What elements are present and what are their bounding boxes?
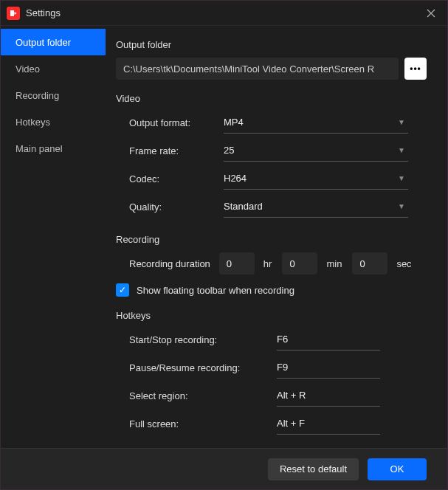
- chevron-down-icon: ▼: [398, 118, 405, 126]
- hotkey-select-region-input[interactable]: Alt + R: [277, 384, 380, 407]
- section-recording-label: Recording: [116, 234, 427, 245]
- sidebar-item-hotkeys[interactable]: Hotkeys: [1, 108, 106, 135]
- sec-unit: sec: [396, 258, 411, 269]
- section-hotkeys-label: Hotkeys: [116, 310, 427, 321]
- reset-to-default-button[interactable]: Reset to default: [268, 458, 359, 480]
- chevron-down-icon: ▼: [398, 174, 405, 182]
- hotkey-start-stop-input[interactable]: F6: [277, 328, 380, 351]
- recording-duration-label: Recording duration: [129, 258, 210, 269]
- hotkey-full-screen-input[interactable]: Alt + F: [277, 413, 380, 435]
- hotkey-pause-resume-row: Pause/Resume recording: F9: [116, 356, 427, 379]
- hotkey-pause-resume-label: Pause/Resume recording:: [129, 362, 277, 373]
- titlebar: Settings: [1, 1, 447, 26]
- sidebar-item-main-panel[interactable]: Main panel: [1, 135, 106, 162]
- ok-button[interactable]: OK: [368, 458, 427, 480]
- close-button[interactable]: [421, 3, 441, 24]
- hotkey-full-screen-label: Full screen:: [129, 418, 277, 429]
- app-logo-icon: [7, 7, 20, 20]
- section-video-label: Video: [116, 93, 427, 104]
- duration-hr-input[interactable]: [219, 252, 255, 275]
- quality-label: Quality:: [129, 201, 224, 213]
- video-quality-row: Quality: Standard ▼: [116, 196, 427, 218]
- sidebar-item-label: Hotkeys: [15, 117, 50, 128]
- video-frame-rate-row: Frame rate: 25 ▼: [116, 139, 427, 162]
- output-format-value: MP4: [224, 117, 244, 128]
- output-folder-input[interactable]: [116, 58, 399, 80]
- check-icon: ✓: [119, 285, 126, 295]
- codec-label: Codec:: [129, 173, 224, 184]
- hotkeys-group: Start/Stop recording: F6 Pause/Resume re…: [116, 328, 427, 435]
- body: Output folder Video Recording Hotkeys Ma…: [1, 26, 447, 448]
- chevron-down-icon: ▼: [398, 202, 405, 210]
- close-icon: [427, 9, 435, 18]
- quality-value: Standard: [224, 201, 263, 212]
- main-panel: Output folder ••• Video Output format: M…: [106, 26, 447, 448]
- browse-button[interactable]: •••: [404, 58, 427, 80]
- sidebar-item-label: Recording: [15, 90, 59, 101]
- sidebar-item-output-folder[interactable]: Output folder: [1, 29, 106, 55]
- sidebar-item-recording[interactable]: Recording: [1, 82, 106, 108]
- chevron-down-icon: ▼: [398, 146, 405, 154]
- show-toolbar-label: Show floating toolbar when recording: [137, 285, 294, 296]
- hr-unit: hr: [263, 258, 272, 269]
- sidebar-item-video[interactable]: Video: [1, 55, 106, 82]
- sidebar-item-label: Video: [15, 63, 40, 75]
- sidebar-item-label: Main panel: [15, 143, 63, 154]
- duration-sec-input[interactable]: [352, 252, 387, 275]
- output-folder-row: •••: [116, 58, 427, 80]
- frame-rate-label: Frame rate:: [129, 145, 224, 156]
- min-unit: min: [326, 258, 342, 269]
- video-output-format-row: Output format: MP4 ▼: [116, 111, 427, 134]
- window-title: Settings: [26, 7, 421, 18]
- settings-window: Settings Output folder Video Recording H…: [0, 0, 448, 490]
- ellipsis-icon: •••: [410, 63, 421, 74]
- codec-value: H264: [224, 173, 247, 184]
- hotkey-pause-resume-input[interactable]: F9: [277, 356, 380, 379]
- hotkey-full-screen-row: Full screen: Alt + F: [116, 413, 427, 435]
- codec-select[interactable]: H264 ▼: [224, 168, 408, 190]
- footer: Reset to default OK: [1, 448, 447, 489]
- video-codec-row: Codec: H264 ▼: [116, 168, 427, 190]
- show-toolbar-row: ✓ Show floating toolbar when recording: [116, 283, 427, 297]
- hotkey-start-stop-row: Start/Stop recording: F6: [116, 328, 427, 351]
- section-output-folder-label: Output folder: [116, 39, 427, 50]
- sidebar-item-label: Output folder: [15, 37, 71, 48]
- hotkey-start-stop-label: Start/Stop recording:: [129, 334, 277, 345]
- show-toolbar-checkbox[interactable]: ✓: [116, 283, 129, 297]
- output-format-label: Output format:: [129, 117, 224, 128]
- quality-select[interactable]: Standard ▼: [224, 196, 408, 218]
- output-format-select[interactable]: MP4 ▼: [224, 111, 408, 134]
- frame-rate-select[interactable]: 25 ▼: [224, 139, 408, 162]
- frame-rate-value: 25: [224, 145, 234, 156]
- recording-duration-row: Recording duration hr min sec: [116, 252, 427, 275]
- hotkey-select-region-row: Select region: Alt + R: [116, 384, 427, 407]
- duration-min-input[interactable]: [282, 252, 317, 275]
- sidebar: Output folder Video Recording Hotkeys Ma…: [1, 26, 106, 448]
- hotkey-select-region-label: Select region:: [129, 390, 277, 401]
